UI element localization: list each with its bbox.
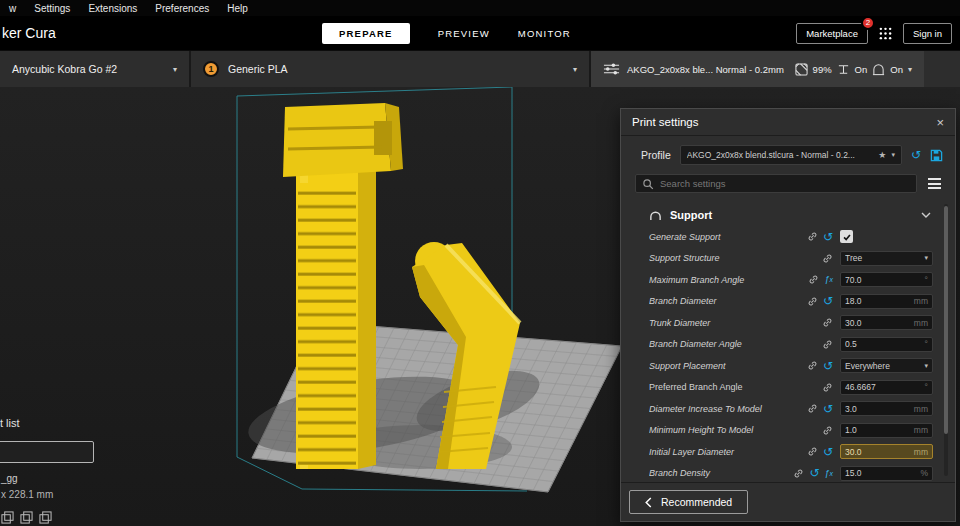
marketplace-button[interactable]: Marketplace 2 [796,23,868,44]
link-icon[interactable] [822,339,833,350]
printer-selector[interactable]: Anycubic Kobra Go #2 ▾ [0,51,191,87]
tab-monitor[interactable]: MONITOR [518,28,571,39]
chevron-down-icon: ▾ [173,65,177,74]
object-list-toggle[interactable] [0,441,94,463]
link-icon[interactable] [807,360,818,371]
tab-preview[interactable]: PREVIEW [438,28,490,39]
setting-label: Branch Diameter Angle [649,339,822,349]
minimum-height-field[interactable]: 1.0mm [840,423,933,438]
menu-item-help[interactable]: Help [218,3,257,14]
generate-support-checkbox[interactable] [840,230,853,243]
setting-label: Maximum Branch Angle [649,275,808,285]
tab-prepare[interactable]: PREPARE [322,23,410,44]
reset-icon[interactable]: ↺ [823,231,833,243]
reset-icon[interactable]: ↺ [823,446,833,458]
link-icon[interactable] [793,468,804,479]
setting-label: Preferred Branch Angle [649,382,822,392]
setting-label: Generate Support [649,232,807,242]
link-icon[interactable] [807,403,818,414]
summary-metrics: 99% On On ▾ [795,63,912,76]
reset-icon[interactable]: ↺ [809,467,819,479]
chevron-down-icon: ▾ [924,362,928,370]
link-icon[interactable] [807,296,818,307]
chevron-down-icon: ▾ [891,151,895,159]
maximum-branch-angle-field[interactable]: 70.0° [840,272,933,287]
search-input[interactable] [660,178,910,189]
formula-icon[interactable]: ƒx [824,275,833,284]
scrollbar-thumb[interactable] [944,206,948,434]
material-selector[interactable]: 1 Generic PLA ▾ [191,51,591,87]
search-field[interactable] [635,174,917,193]
settings-list: Support Generate Support ↺ Support Struc… [621,200,955,482]
preferred-branch-angle-field[interactable]: 46.6667° [840,380,933,395]
duplicate-icon[interactable] [20,511,33,524]
menu-item-extensions[interactable]: Extensions [79,3,146,14]
settings-scrollbar[interactable] [944,204,948,476]
setting-label: Support Placement [649,361,807,371]
close-icon[interactable]: × [936,116,944,129]
recommended-button[interactable]: Recommended [629,490,748,514]
support-structure-dropdown[interactable]: Tree ▾ [840,251,933,266]
support-state: On [855,64,868,75]
link-icon[interactable] [822,253,833,264]
menu-item-preferences[interactable]: Preferences [146,3,218,14]
print-settings-summary[interactable]: AKGO_2x0x8x ble... Normal - 0.2mm 99% On… [591,51,924,87]
setting-label: Diameter Increase To Model [649,404,807,414]
reset-icon[interactable]: ↺ [823,360,833,372]
setting-row-generate-support: Generate Support ↺ [621,226,955,248]
profile-dropdown[interactable]: AKGO_2x0x8x blend.stlcura - Normal - 0.2… [680,145,902,165]
adhesion-state: On [890,64,903,75]
menu-item-view-partial[interactable]: w [0,3,25,14]
setting-row-initial-layer-diameter: Initial Layer Diameter ↺ 30.0mm [621,441,955,463]
title-bar: ker Cura PREPARE PREVIEW MONITOR Marketp… [0,16,960,50]
cura-window: w Settings Extensions Preferences Help k… [0,0,960,526]
menu-item-settings[interactable]: Settings [25,3,79,14]
chevron-down-icon: ▾ [573,65,577,74]
initial-layer-diameter-field[interactable]: 30.0mm [840,444,933,459]
model-name-label: _gg [1,473,18,484]
star-icon: ★ [878,150,886,160]
duplicate-icon[interactable] [1,511,14,524]
duplicate-icon[interactable] [39,511,52,524]
extruder-icon: 1 [203,61,219,77]
link-icon[interactable] [822,425,833,436]
app-title: ker Cura [2,25,56,41]
check-icon [842,232,852,242]
reset-icon[interactable]: ↺ [823,403,833,415]
setting-row-trunk-diameter: Trunk Diameter 30.0mm [621,312,955,334]
setting-row-support-structure: Support Structure Tree ▾ [621,248,955,270]
setting-label: Support Structure [649,253,822,263]
branch-diameter-angle-field[interactable]: 0.5° [840,337,933,352]
printer-name: Anycubic Kobra Go #2 [12,63,117,75]
chevron-down-icon [921,212,931,218]
category-title: Support [670,209,712,221]
panel-footer: Recommended [621,482,955,521]
formula-icon[interactable]: ƒx [824,469,833,478]
settings-visibility-menu-icon[interactable] [926,176,943,191]
setting-row-diameter-increase-to-model: Diameter Increase To Model ↺ 3.0mm [621,398,955,420]
link-icon[interactable] [807,231,818,242]
setting-row-support-placement: Support Placement ↺ Everywhere ▾ [621,355,955,377]
reset-icon[interactable]: ↺ [823,295,833,307]
diameter-increase-field[interactable]: 3.0mm [840,401,933,416]
support-placement-dropdown[interactable]: Everywhere ▾ [840,358,933,373]
applications-grid-icon[interactable] [879,27,892,40]
profile-reset-icon[interactable]: ↺ [911,149,921,161]
save-profile-icon[interactable] [930,149,943,162]
category-support[interactable]: Support [621,202,955,226]
object-list-label: t list [0,417,20,429]
setting-row-preferred-branch-angle: Preferred Branch Angle 46.6667° [621,377,955,399]
link-icon[interactable] [822,382,833,393]
link-icon[interactable] [822,317,833,328]
setting-row-minimum-height-to-model: Minimum Height To Model 1.0mm [621,420,955,442]
link-icon[interactable] [808,274,819,285]
sign-in-button[interactable]: Sign in [903,23,952,44]
link-icon[interactable] [807,446,818,457]
branch-density-field[interactable]: 15.0% [840,466,933,481]
build-volume-size-label: x 228.1 mm [1,489,53,500]
profile-label: Profile [641,149,671,161]
profile-value: AKGO_2x0x8x blend.stlcura - Normal - 0.2… [687,150,874,160]
trunk-diameter-field[interactable]: 30.0mm [840,315,933,330]
branch-diameter-field[interactable]: 18.0mm [840,294,933,309]
profile-row: Profile AKGO_2x0x8x blend.stlcura - Norm… [621,136,955,169]
